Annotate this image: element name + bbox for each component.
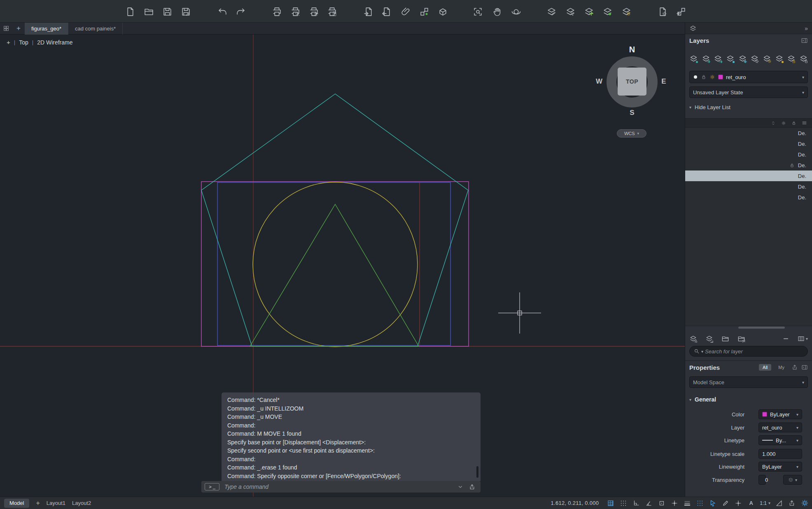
lock-layer-icon[interactable] (787, 54, 796, 63)
redo-button[interactable] (233, 5, 247, 19)
save-button[interactable] (160, 5, 174, 19)
plot-button[interactable] (270, 5, 284, 19)
lineweight-display-toggle[interactable] (683, 499, 691, 507)
current-layer-dropdown[interactable]: ret_ouro ▾ (689, 71, 808, 83)
viewcube-west[interactable]: W (595, 77, 603, 86)
command-scrollbar[interactable] (476, 466, 478, 478)
new-group-filter-icon[interactable] (721, 335, 729, 343)
snap-mode-toggle[interactable] (619, 499, 628, 507)
annotation-monitor-toggle[interactable] (734, 499, 742, 507)
viewcube-south[interactable]: S (628, 109, 636, 117)
layer-dropdown[interactable]: ret_ouro ▾ (758, 423, 802, 432)
magenta-rectangle[interactable] (201, 182, 469, 346)
save-as-button[interactable] (179, 5, 193, 19)
new-layout-button[interactable]: + (36, 500, 40, 507)
new-layer-icon[interactable] (689, 54, 698, 63)
settings-gear-icon[interactable] (800, 499, 809, 507)
wcs-dropdown[interactable]: WCS ▾ (617, 129, 646, 138)
command-share-icon[interactable] (469, 483, 476, 490)
pan-button[interactable] (490, 5, 504, 19)
layer-isolate-button[interactable] (600, 5, 614, 19)
viewport-visual-style-control[interactable]: 2D Wireframe (37, 39, 72, 46)
attach-reference-button[interactable] (399, 5, 413, 19)
sort-icon[interactable] (771, 121, 776, 126)
plot-preview-button[interactable] (288, 5, 302, 19)
layer-row[interactable]: De. (685, 149, 812, 160)
sun-column-icon[interactable] (781, 121, 786, 126)
command-collapse-chevron[interactable] (457, 483, 464, 490)
list-columns-icon[interactable] (798, 335, 805, 342)
layer-walk-button[interactable] (619, 5, 633, 19)
layer-list-hscrollbar[interactable] (738, 327, 785, 329)
batch-plot-button[interactable] (325, 5, 339, 19)
dynamic-input-toggle[interactable] (721, 499, 730, 507)
transparency-bylayer-dropdown[interactable]: ▾ (783, 475, 802, 485)
layout2-tab[interactable]: Layout2 (72, 500, 91, 506)
cyan-pentagon[interactable] (201, 94, 468, 346)
palette-overflow-button[interactable]: » (805, 25, 808, 32)
new-layer-vp-frozen-icon[interactable] (702, 54, 710, 63)
properties-dock-icon[interactable] (801, 364, 808, 371)
block-editor-button[interactable] (436, 5, 450, 19)
general-section-header[interactable]: ▾ General (689, 395, 808, 404)
annotation-visibility-toggle[interactable]: A (747, 499, 755, 507)
layers-palette-tab-icon[interactable] (689, 25, 697, 32)
match-layer-icon[interactable] (750, 54, 759, 63)
grid-display-toggle[interactable] (607, 499, 615, 507)
open-file-button[interactable] (142, 5, 156, 19)
filter-my-button[interactable]: My (775, 364, 788, 371)
layer-row[interactable]: De. (685, 160, 812, 170)
layer-row-selected[interactable]: De. (685, 170, 812, 181)
annotation-scale-dropdown[interactable]: 1:1 ▾ (760, 500, 770, 506)
list-menu-icon[interactable] (802, 120, 807, 126)
viewcube-east[interactable]: E (660, 77, 668, 86)
properties-export-icon[interactable] (791, 364, 798, 371)
undo-button[interactable] (215, 5, 229, 19)
filter-all-button[interactable]: All (759, 364, 771, 371)
new-file-button[interactable] (123, 5, 137, 19)
space-dropdown[interactable]: Model Space ▾ (689, 376, 808, 388)
layout1-tab[interactable]: Layout1 (47, 500, 65, 506)
tool-sets-button[interactable] (656, 5, 670, 19)
panel-dock-icon[interactable] (801, 37, 808, 44)
layer-properties-button[interactable] (544, 5, 558, 19)
isometric-drafting-toggle[interactable] (696, 499, 704, 507)
export-button[interactable] (362, 5, 376, 19)
viewport-view-control[interactable]: Top (19, 39, 28, 46)
layer-state-dropdown[interactable]: Unsaved Layer State ▾ (689, 86, 808, 98)
ortho-mode-toggle[interactable] (632, 499, 640, 507)
polar-tracking-toggle[interactable] (645, 499, 653, 507)
layer-translator-icon[interactable] (738, 54, 747, 63)
tab-overview-button[interactable] (0, 23, 12, 35)
color-dropdown[interactable]: ByLayer ▾ (758, 409, 802, 419)
transparency-input[interactable]: 0 (758, 475, 766, 485)
layer-new-button[interactable] (582, 5, 596, 19)
customization-button[interactable] (788, 499, 796, 507)
layer-merge-icon[interactable] (705, 335, 713, 343)
new-drawing-tab-button[interactable]: + (12, 23, 25, 35)
layer-search-input[interactable] (705, 348, 803, 355)
zoom-window-button[interactable] (471, 5, 485, 19)
layer-settings-icon[interactable] (689, 335, 697, 343)
selection-cycling-toggle[interactable] (709, 499, 717, 507)
viewcube-top-face[interactable]: TOP (618, 68, 646, 96)
model-tab[interactable]: Model (4, 499, 29, 508)
layer-row[interactable]: De. (685, 128, 812, 138)
orbit-button[interactable] (509, 5, 523, 19)
remove-layer-icon[interactable] (782, 335, 789, 342)
linetype-scale-input[interactable]: 1.000 (758, 449, 802, 459)
layer-row[interactable]: De. (685, 181, 812, 192)
viewport-add-button[interactable]: + (7, 39, 10, 46)
freeze-layer-icon[interactable] (775, 54, 784, 63)
command-history[interactable]: Command: *Cancel* Command: _u INTELLIZOO… (222, 392, 481, 481)
lock-column-icon[interactable] (791, 121, 796, 126)
object-snap-tracking-toggle[interactable] (670, 499, 679, 507)
linetype-dropdown[interactable]: By... ▾ (758, 435, 802, 445)
tab-figuras-geo[interactable]: figuras_geo* (25, 23, 68, 35)
layer-row[interactable]: De. (685, 138, 812, 149)
turn-off-layer-icon[interactable] (763, 54, 771, 63)
layer-row[interactable]: De. (685, 192, 812, 203)
new-property-filter-icon[interactable] (737, 335, 745, 343)
yellow-circle[interactable] (253, 182, 418, 347)
lineweight-dropdown[interactable]: ByLayer ▾ (758, 462, 802, 472)
